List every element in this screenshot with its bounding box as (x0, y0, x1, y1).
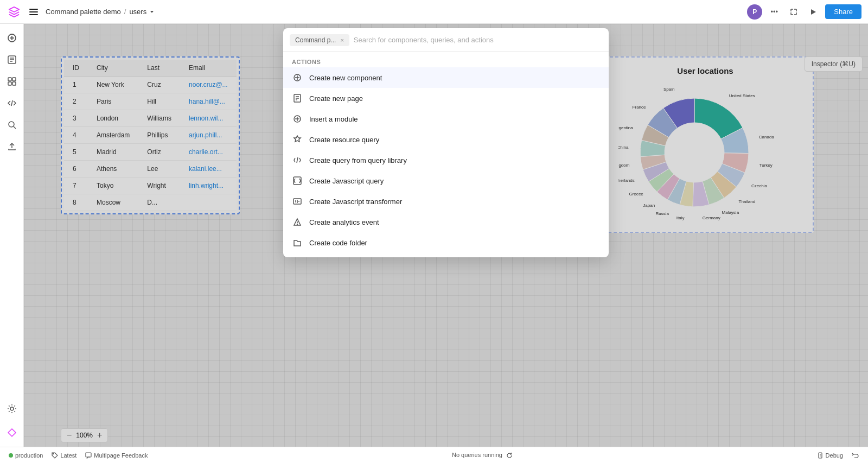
tag-status: Latest (52, 452, 76, 459)
env-label: production (15, 452, 43, 459)
breadcrumb: Command palette demo / users (46, 8, 155, 16)
plus-icon (292, 72, 303, 83)
cp-item-label: Create new page (309, 94, 363, 103)
undo-status[interactable] (852, 452, 859, 459)
module-plus-icon (292, 113, 303, 124)
undo-icon (852, 452, 859, 459)
svg-rect-1 (29, 11, 38, 12)
avatar[interactable]: P (747, 4, 762, 20)
main-area: ID City Last Email 1 New York Cruz noor.… (0, 24, 868, 447)
svg-rect-39 (86, 453, 91, 457)
sidebar-pages-icon[interactable] (2, 50, 22, 69)
cp-item-module-plus-icon[interactable]: Insert a module (283, 109, 609, 129)
cp-items-list: Create new component Create new page Ins… (283, 67, 609, 253)
cp-item-folder-icon[interactable]: Create code folder (283, 232, 609, 253)
svg-rect-10 (8, 78, 11, 81)
topbar: Command palette demo / users P ••• Share (0, 0, 868, 24)
svg-point-38 (53, 453, 54, 454)
svg-rect-2 (29, 14, 38, 15)
cp-section-label: Actions (283, 56, 609, 67)
sidebar-add-icon[interactable] (2, 28, 22, 48)
debug-icon (817, 452, 824, 459)
cp-item-analytics-icon[interactable]: Create analytics event (283, 212, 609, 232)
sidebar-upload-icon[interactable] (2, 137, 22, 156)
cp-item-label: Create Javascript transformer (309, 198, 402, 206)
cp-item-label: Create analytics event (309, 218, 379, 226)
feedback-status: Multipage Feedback (85, 452, 148, 459)
queries-status: No queries running (156, 452, 808, 459)
cp-item-label: Create new component (309, 74, 382, 82)
queries-label: No queries running (452, 452, 502, 458)
svg-rect-30 (293, 177, 301, 185)
tag-label: Latest (60, 452, 76, 459)
svg-rect-0 (29, 9, 38, 10)
cp-tab-label: Command p... (295, 36, 336, 44)
command-palette-overlay[interactable]: Command p... × Actions Create new compon… (24, 24, 868, 447)
more-options-button[interactable]: ••• (767, 4, 782, 20)
cp-header: Command p... × (283, 28, 609, 52)
page-icon (292, 93, 303, 104)
statusbar: production Latest Multipage Feedback No … (0, 447, 868, 463)
code-query-icon (292, 155, 303, 166)
svg-marker-18 (8, 429, 16, 436)
svg-rect-11 (12, 78, 16, 81)
svg-rect-13 (12, 82, 16, 85)
page-name: users (129, 8, 146, 16)
env-status: production (9, 452, 43, 459)
topbar-right: P ••• Share (747, 4, 861, 20)
cp-item-plus-icon[interactable]: Create new component (283, 67, 609, 88)
svg-rect-40 (819, 453, 822, 458)
sidebar (0, 24, 24, 447)
debug-status[interactable]: Debug (817, 452, 843, 459)
cp-item-label: Create resource query (309, 136, 379, 144)
debug-label: Debug (826, 452, 843, 459)
cp-item-js-query-icon[interactable]: Create Javascript query (283, 170, 609, 191)
play-button[interactable] (806, 4, 821, 20)
cp-body: Actions Create new component Create new … (283, 52, 609, 257)
sidebar-components-icon[interactable] (2, 72, 22, 91)
cp-tab-close[interactable]: × (340, 37, 343, 43)
folder-icon (292, 237, 303, 248)
sidebar-diamond-icon[interactable] (2, 423, 22, 442)
tag-icon (52, 452, 58, 459)
resource-icon (292, 134, 303, 145)
canvas[interactable]: ID City Last Email 1 New York Cruz noor.… (24, 24, 868, 447)
svg-point-37 (297, 224, 298, 225)
cp-search-input[interactable] (354, 36, 602, 44)
feedback-icon (85, 452, 92, 459)
analytics-icon (292, 217, 303, 227)
cp-item-label: Insert a module (309, 115, 358, 123)
sidebar-settings-icon[interactable] (2, 399, 22, 418)
cp-item-label: Create code folder (309, 239, 367, 247)
sidebar-toggle-button[interactable] (26, 4, 41, 20)
logo (7, 4, 22, 20)
cp-item-page-icon[interactable]: Create new page (283, 88, 609, 109)
expand-button[interactable] (786, 4, 801, 20)
sidebar-code-icon[interactable] (2, 93, 22, 113)
sidebar-search-icon[interactable] (2, 115, 22, 135)
share-button[interactable]: Share (825, 4, 861, 19)
svg-point-17 (10, 407, 14, 410)
breadcrumb-sep: / (124, 8, 126, 16)
refresh-icon (506, 452, 513, 459)
js-transformer-icon (292, 196, 303, 207)
cp-item-label: Create Javascript query (309, 177, 384, 185)
statusbar-right: Debug (817, 452, 859, 459)
svg-line-16 (14, 126, 16, 129)
js-query-icon (292, 175, 303, 186)
svg-line-14 (11, 100, 12, 106)
svg-line-29 (297, 157, 298, 163)
svg-rect-12 (8, 82, 11, 85)
cp-item-resource-icon[interactable]: Create resource query (283, 129, 609, 150)
cp-item-label: Create query from query library (309, 156, 407, 164)
svg-point-15 (9, 122, 14, 127)
cp-item-js-transformer-icon[interactable]: Create Javascript transformer (283, 191, 609, 212)
command-palette[interactable]: Command p... × Actions Create new compon… (283, 28, 609, 257)
cp-active-tab[interactable]: Command p... × (290, 34, 349, 46)
app-title: Command palette demo (46, 8, 121, 16)
page-link[interactable]: users (129, 8, 155, 16)
feedback-label: Multipage Feedback (94, 452, 148, 459)
cp-item-code-query-icon[interactable]: Create query from query library (283, 150, 609, 170)
status-dot (9, 453, 13, 458)
